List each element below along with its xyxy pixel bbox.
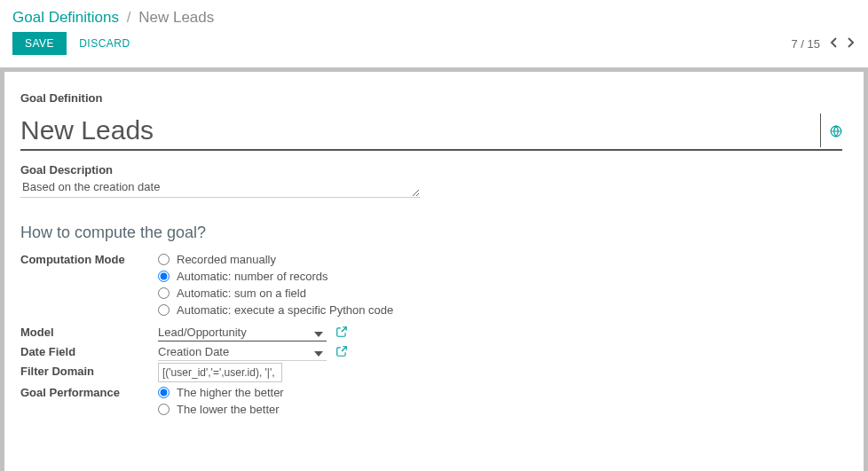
pager-text: 7 / 15	[791, 37, 820, 51]
mode-manual-text: Recorded manually	[177, 253, 276, 266]
date-field-label: Date Field	[20, 343, 158, 358]
mode-python-radio[interactable]	[158, 304, 170, 316]
perf-lower-radio[interactable]	[158, 404, 170, 415]
pager: 7 / 15	[791, 36, 856, 51]
mode-count-option[interactable]: Automatic: number of records	[158, 268, 842, 285]
form-sheet: Goal Definition Goal Description How to …	[0, 67, 868, 471]
model-external-link-icon[interactable]	[335, 326, 348, 341]
perf-higher-text: The higher the better	[177, 386, 284, 399]
mode-sum-text: Automatic: sum on a field	[177, 287, 306, 300]
howto-heading: How to compute the goal?	[20, 224, 842, 242]
model-label: Model	[20, 324, 158, 339]
perf-lower-option[interactable]: The lower the better	[158, 401, 842, 418]
name-input[interactable]	[20, 114, 821, 147]
date-field-external-link-icon[interactable]	[335, 345, 348, 360]
breadcrumb-root[interactable]: Goal Definitions	[12, 9, 119, 26]
discard-button[interactable]: DISCARD	[79, 37, 130, 50]
mode-python-option[interactable]: Automatic: execute a specific Python cod…	[158, 302, 842, 318]
goal-definition-label: Goal Definition	[20, 91, 842, 105]
pager-next-icon[interactable]	[847, 36, 856, 51]
model-input[interactable]	[158, 324, 327, 341]
mode-manual-radio[interactable]	[158, 254, 170, 265]
date-field-input[interactable]	[158, 343, 327, 361]
breadcrumb: Goal Definitions / New Leads	[12, 9, 856, 27]
goal-performance-label: Goal Performance	[20, 384, 158, 399]
mode-python-text: Automatic: execute a specific Python cod…	[177, 303, 393, 317]
pager-prev-icon[interactable]	[829, 36, 838, 51]
mode-manual-option[interactable]: Recorded manually	[158, 251, 842, 268]
perf-higher-radio[interactable]	[158, 387, 170, 398]
filter-domain-input[interactable]	[158, 363, 282, 382]
goal-description-label: Goal Description	[20, 163, 842, 177]
breadcrumb-separator: /	[127, 9, 131, 26]
filter-domain-label: Filter Domain	[20, 363, 158, 378]
perf-higher-option[interactable]: The higher the better	[158, 384, 842, 401]
perf-lower-text: The lower the better	[177, 403, 280, 416]
mode-count-radio[interactable]	[158, 271, 170, 282]
mode-sum-radio[interactable]	[158, 287, 170, 299]
breadcrumb-leaf: New Leads	[138, 9, 214, 26]
mode-count-text: Automatic: number of records	[177, 270, 328, 283]
globe-icon[interactable]	[830, 125, 842, 147]
description-input[interactable]	[20, 178, 420, 198]
save-button[interactable]: SAVE	[12, 32, 67, 55]
mode-sum-option[interactable]: Automatic: sum on a field	[158, 285, 842, 302]
computation-mode-label: Computation Mode	[20, 251, 158, 266]
